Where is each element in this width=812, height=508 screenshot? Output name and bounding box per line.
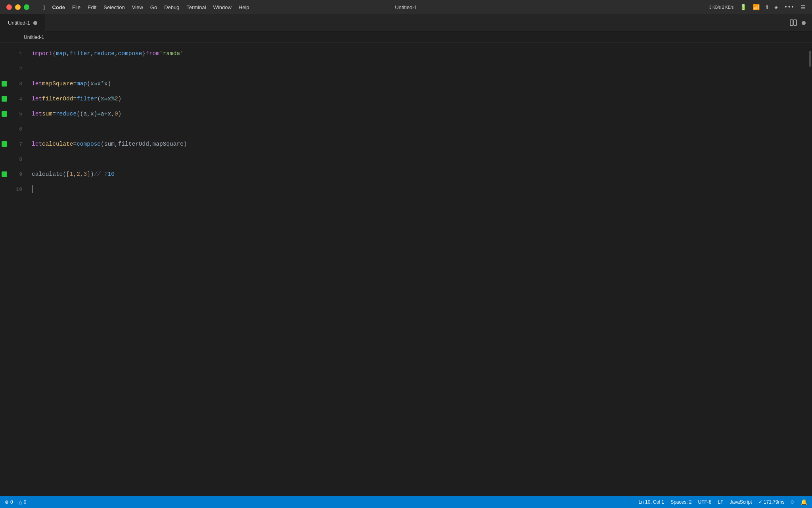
scrollbar-track[interactable] [807, 43, 812, 496]
warning-num: 0 [24, 499, 27, 505]
line-num-1: 1 [19, 46, 22, 61]
close-button[interactable] [6, 4, 12, 10]
editor-tab-untitled[interactable]: Untitled-1 [0, 14, 46, 32]
line-num-2: 2 [19, 61, 22, 76]
breakpoint-4[interactable] [2, 96, 7, 102]
paren-9b: ]) [87, 171, 94, 177]
fn-map: map [56, 50, 66, 57]
split-editor-icon[interactable] [790, 19, 797, 27]
punct-2: , [66, 50, 70, 57]
paren-9a: ([ [63, 171, 69, 177]
menu-selection[interactable]: Selection [103, 4, 124, 10]
fn-filter: filter [70, 50, 90, 57]
smiley-icon[interactable]: ☺ [791, 499, 794, 505]
kw-from: from [146, 50, 159, 57]
punct-1: { [52, 50, 56, 57]
sp-3c: x [97, 81, 101, 87]
breadcrumb-bar: Untitled-1 [0, 32, 812, 43]
eq-7: = [73, 141, 77, 147]
cursor-position[interactable]: Ln 10, Col 1 [638, 499, 664, 505]
line-ending-label[interactable]: LF [718, 499, 724, 505]
arrow-3: ⇒ [94, 81, 98, 87]
minimize-button[interactable] [15, 4, 21, 10]
titlebar-right: 3 KB/s 2 KB/s 🔋 📶 ℹ ◈ ••• ☰ [709, 4, 806, 11]
eq-3: = [73, 81, 77, 87]
menu-debug[interactable]: Debug [164, 4, 179, 10]
result-10: 10 [107, 171, 114, 177]
kw-let-4: let [32, 96, 42, 102]
op-mod: % [111, 96, 115, 102]
menu-terminal[interactable]: Terminal [186, 4, 206, 10]
comma-7a: , [115, 141, 118, 147]
comma-9a: , [73, 171, 77, 177]
line-num-5: 5 [19, 106, 22, 121]
arg-x-3: x [90, 81, 94, 87]
indicator-line-7 [0, 137, 9, 152]
code-line-10[interactable] [29, 182, 807, 197]
indicator-line-8 [0, 152, 9, 167]
menu-help[interactable]: Help [239, 4, 249, 10]
fn-reduce: reduce [94, 50, 115, 57]
punct-5: } [142, 50, 146, 57]
menu-file[interactable]: File [72, 4, 80, 10]
tab-label: Untitled-1 [8, 20, 30, 26]
code-line-5: let sum = reduce (( a , x ) ⇒ a + x, 0 ) [29, 106, 807, 121]
line-num-3: 3 [19, 76, 22, 91]
more-icon[interactable]: ••• [784, 4, 794, 10]
fn-compose: compose [118, 50, 142, 57]
indicator-line-4 [0, 91, 9, 106]
arg-x-5: x [90, 111, 94, 117]
arg-mapSquare-7: mapSquare [153, 141, 184, 147]
paren-3b: ) [108, 81, 111, 87]
breakpoint-3[interactable] [2, 81, 7, 87]
code-line-7: let calculate = compose ( sum , filterOd… [29, 137, 807, 152]
list-icon[interactable]: ☰ [801, 4, 806, 11]
editor-dot [802, 21, 806, 25]
menu-view[interactable]: View [132, 4, 143, 10]
line-num-8: 8 [19, 152, 22, 167]
net-speed: 3 KB/s 2 KB/s [709, 5, 734, 10]
line-num-7: 7 [19, 137, 22, 152]
apple-menu[interactable]:  [43, 4, 45, 11]
menu-window[interactable]: Window [213, 4, 232, 10]
warning-icon: △ [19, 499, 22, 505]
punct-3: , [90, 50, 94, 57]
menu-code[interactable]: Code [52, 4, 65, 10]
battery-icon: 🔋 [740, 4, 747, 11]
error-count[interactable]: ⊗ 0 [5, 499, 13, 505]
breakpoint-5[interactable] [2, 111, 7, 117]
code-editor[interactable]: import { map , filter , reduce , compose… [29, 43, 807, 496]
scrollbar-thumb[interactable] [809, 51, 811, 67]
svg-rect-1 [794, 20, 797, 25]
line-numbers: 1 2 3 4 5 6 7 8 9 10 [9, 43, 29, 496]
indicator-line-5 [0, 106, 9, 121]
op-mul: * [101, 81, 104, 87]
code-line-8 [29, 152, 807, 167]
kw-let-7: let [32, 141, 42, 147]
str-ramda: 'ramda' [159, 50, 184, 57]
notification-bell-icon[interactable]: 🔔 [801, 499, 807, 506]
code-line-9: calculate ([ 1 , 2 , 3 ]) // ? 10 [29, 167, 807, 182]
indicator-line-3 [0, 76, 9, 91]
maximize-button[interactable] [24, 4, 29, 10]
paren-4a: ( [97, 96, 101, 102]
paren-5c: ) [118, 111, 122, 117]
encoding-label[interactable]: UTF-8 [698, 499, 712, 505]
svg-rect-0 [790, 20, 793, 25]
breakpoint-7[interactable] [2, 141, 7, 147]
sp-5d: x, [108, 111, 115, 117]
breakpoint-9[interactable] [2, 171, 7, 177]
paren-5a: (( [77, 111, 83, 117]
num-3: 3 [84, 171, 87, 177]
warning-count[interactable]: △ 0 [19, 499, 27, 505]
sp-3d: x [104, 81, 108, 87]
arg-filterOdd-7: filterOdd [118, 141, 149, 147]
spaces-setting[interactable]: Spaces: 2 [670, 499, 691, 505]
kw-let-3: let [32, 81, 42, 87]
menu-edit[interactable]: Edit [88, 4, 96, 10]
sp-4c: x [108, 96, 111, 102]
language-label[interactable]: JavaScript [730, 499, 752, 505]
menu-go[interactable]: Go [150, 4, 157, 10]
finder-icon: ◈ [774, 4, 778, 11]
var-calculate: calculate [42, 141, 73, 147]
